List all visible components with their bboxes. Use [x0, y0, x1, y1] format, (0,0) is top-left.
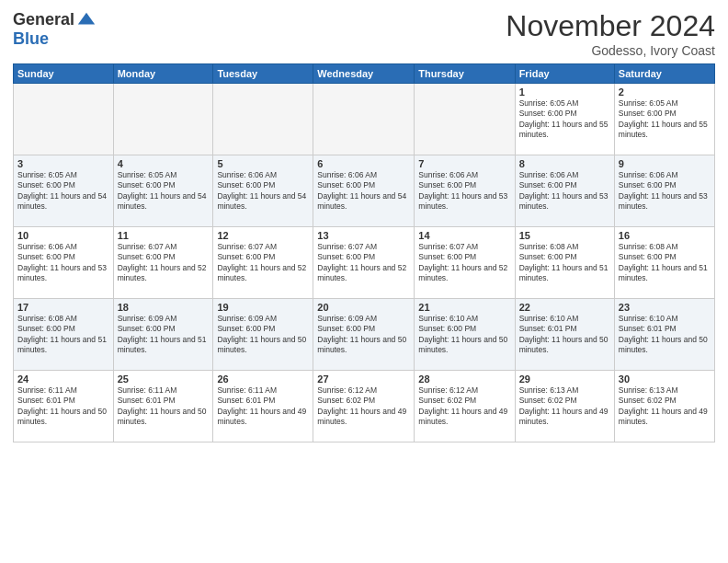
day-cell [14, 84, 114, 155]
day-info: Sunrise: 6:06 AMSunset: 6:00 PMDaylight:… [418, 170, 510, 213]
day-cell: 12Sunrise: 6:07 AMSunset: 6:00 PMDayligh… [213, 227, 313, 299]
day-cell: 10Sunrise: 6:06 AMSunset: 6:00 PMDayligh… [14, 227, 114, 299]
day-info: Sunrise: 6:09 AMSunset: 6:00 PMDaylight:… [217, 314, 309, 356]
day-info: Sunrise: 6:10 AMSunset: 6:01 PMDaylight:… [619, 314, 711, 356]
day-number: 15 [519, 230, 610, 241]
day-cell: 28Sunrise: 6:12 AMSunset: 6:02 PMDayligh… [415, 371, 515, 442]
day-number: 23 [619, 302, 711, 313]
day-number: 27 [317, 373, 410, 385]
day-cell: 14Sunrise: 6:07 AMSunset: 6:00 PMDayligh… [415, 227, 515, 299]
day-cell: 16Sunrise: 6:08 AMSunset: 6:00 PMDayligh… [614, 227, 714, 299]
day-info: Sunrise: 6:08 AMSunset: 6:00 PMDaylight:… [17, 314, 109, 356]
day-number: 18 [118, 302, 210, 313]
day-number: 28 [418, 373, 510, 385]
day-number: 12 [217, 230, 309, 241]
day-cell: 1Sunrise: 6:05 AMSunset: 6:00 PMDaylight… [515, 84, 614, 155]
day-number: 30 [619, 373, 711, 385]
day-info: Sunrise: 6:13 AMSunset: 6:02 PMDaylight:… [619, 385, 711, 428]
day-number: 7 [418, 158, 510, 169]
day-cell: 21Sunrise: 6:10 AMSunset: 6:00 PMDayligh… [415, 299, 515, 371]
weekday-header-row: SundayMondayTuesdayWednesdayThursdayFrid… [14, 64, 715, 84]
day-info: Sunrise: 6:06 AMSunset: 6:00 PMDaylight:… [217, 170, 309, 213]
day-number: 11 [118, 230, 210, 241]
day-number: 14 [418, 230, 510, 241]
day-info: Sunrise: 6:13 AMSunset: 6:02 PMDaylight:… [519, 385, 610, 428]
day-number: 21 [418, 302, 510, 313]
day-number: 5 [217, 158, 309, 169]
day-number: 2 [619, 86, 711, 98]
month-title: November 2024 [506, 9, 715, 43]
day-info: Sunrise: 6:11 AMSunset: 6:01 PMDaylight:… [17, 385, 109, 428]
day-info: Sunrise: 6:07 AMSunset: 6:00 PMDaylight:… [217, 242, 309, 284]
day-cell: 3Sunrise: 6:05 AMSunset: 6:00 PMDaylight… [14, 155, 114, 227]
weekday-sunday: Sunday [14, 64, 114, 84]
day-cell: 7Sunrise: 6:06 AMSunset: 6:00 PMDaylight… [415, 155, 515, 227]
day-number: 8 [519, 158, 610, 169]
weekday-tuesday: Tuesday [213, 64, 313, 84]
weekday-saturday: Saturday [614, 64, 714, 84]
day-cell: 19Sunrise: 6:09 AMSunset: 6:00 PMDayligh… [213, 299, 313, 371]
day-cell: 23Sunrise: 6:10 AMSunset: 6:01 PMDayligh… [614, 299, 714, 371]
week-row-4: 17Sunrise: 6:08 AMSunset: 6:00 PMDayligh… [14, 299, 715, 371]
day-cell: 6Sunrise: 6:06 AMSunset: 6:00 PMDaylight… [313, 155, 415, 227]
day-number: 17 [17, 302, 109, 313]
title-area: November 2024 Godesso, Ivory Coast [506, 9, 715, 58]
weekday-monday: Monday [113, 64, 213, 84]
week-row-2: 3Sunrise: 6:05 AMSunset: 6:00 PMDaylight… [14, 155, 715, 227]
day-cell: 9Sunrise: 6:06 AMSunset: 6:00 PMDaylight… [614, 155, 714, 227]
page: General Blue November 2024 Godesso, Ivor… [0, 0, 728, 563]
day-cell: 27Sunrise: 6:12 AMSunset: 6:02 PMDayligh… [313, 371, 415, 442]
svg-marker-0 [78, 13, 95, 25]
day-number: 10 [17, 230, 109, 241]
day-info: Sunrise: 6:08 AMSunset: 6:00 PMDaylight:… [519, 242, 610, 284]
day-number: 24 [17, 373, 109, 385]
day-cell: 26Sunrise: 6:11 AMSunset: 6:01 PMDayligh… [213, 371, 313, 442]
day-cell [213, 84, 313, 155]
day-cell: 13Sunrise: 6:07 AMSunset: 6:00 PMDayligh… [313, 227, 415, 299]
weekday-friday: Friday [515, 64, 614, 84]
day-cell: 22Sunrise: 6:10 AMSunset: 6:01 PMDayligh… [515, 299, 614, 371]
day-cell: 8Sunrise: 6:06 AMSunset: 6:00 PMDaylight… [515, 155, 614, 227]
day-cell: 20Sunrise: 6:09 AMSunset: 6:00 PMDayligh… [313, 299, 415, 371]
day-number: 20 [317, 302, 410, 313]
day-info: Sunrise: 6:07 AMSunset: 6:00 PMDaylight:… [118, 242, 210, 284]
logo-general: General [13, 10, 74, 29]
day-cell: 2Sunrise: 6:05 AMSunset: 6:00 PMDaylight… [614, 84, 714, 155]
day-info: Sunrise: 6:06 AMSunset: 6:00 PMDaylight:… [619, 170, 711, 213]
day-number: 9 [619, 158, 711, 169]
day-info: Sunrise: 6:05 AMSunset: 6:00 PMDaylight:… [619, 98, 711, 141]
day-cell: 18Sunrise: 6:09 AMSunset: 6:00 PMDayligh… [113, 299, 213, 371]
day-cell [415, 84, 515, 155]
day-info: Sunrise: 6:08 AMSunset: 6:00 PMDaylight:… [619, 242, 711, 284]
calendar: SundayMondayTuesdayWednesdayThursdayFrid… [13, 63, 715, 442]
day-number: 13 [317, 230, 410, 241]
day-number: 6 [317, 158, 410, 169]
day-info: Sunrise: 6:06 AMSunset: 6:00 PMDaylight:… [519, 170, 610, 213]
logo: General [13, 9, 97, 29]
day-info: Sunrise: 6:09 AMSunset: 6:00 PMDaylight:… [317, 314, 410, 356]
day-info: Sunrise: 6:07 AMSunset: 6:00 PMDaylight:… [317, 242, 410, 284]
day-number: 1 [519, 86, 610, 98]
day-cell [313, 84, 415, 155]
day-info: Sunrise: 6:07 AMSunset: 6:00 PMDaylight:… [418, 242, 510, 284]
day-info: Sunrise: 6:12 AMSunset: 6:02 PMDaylight:… [317, 385, 410, 428]
day-number: 16 [619, 230, 711, 241]
logo-icon [76, 9, 97, 29]
day-cell: 24Sunrise: 6:11 AMSunset: 6:01 PMDayligh… [14, 371, 114, 442]
day-number: 19 [217, 302, 309, 313]
day-cell: 15Sunrise: 6:08 AMSunset: 6:00 PMDayligh… [515, 227, 614, 299]
day-info: Sunrise: 6:06 AMSunset: 6:00 PMDaylight:… [17, 242, 109, 284]
day-info: Sunrise: 6:11 AMSunset: 6:01 PMDaylight:… [118, 385, 210, 428]
location-title: Godesso, Ivory Coast [506, 43, 715, 58]
day-number: 4 [118, 158, 210, 169]
day-info: Sunrise: 6:05 AMSunset: 6:00 PMDaylight:… [118, 170, 210, 213]
day-cell: 30Sunrise: 6:13 AMSunset: 6:02 PMDayligh… [614, 371, 714, 442]
day-info: Sunrise: 6:05 AMSunset: 6:00 PMDaylight:… [519, 98, 610, 141]
week-row-5: 24Sunrise: 6:11 AMSunset: 6:01 PMDayligh… [14, 371, 715, 442]
day-number: 25 [118, 373, 210, 385]
week-row-3: 10Sunrise: 6:06 AMSunset: 6:00 PMDayligh… [14, 227, 715, 299]
header: General Blue November 2024 Godesso, Ivor… [13, 9, 715, 58]
day-cell: 5Sunrise: 6:06 AMSunset: 6:00 PMDaylight… [213, 155, 313, 227]
day-number: 22 [519, 302, 610, 313]
day-cell: 11Sunrise: 6:07 AMSunset: 6:00 PMDayligh… [113, 227, 213, 299]
